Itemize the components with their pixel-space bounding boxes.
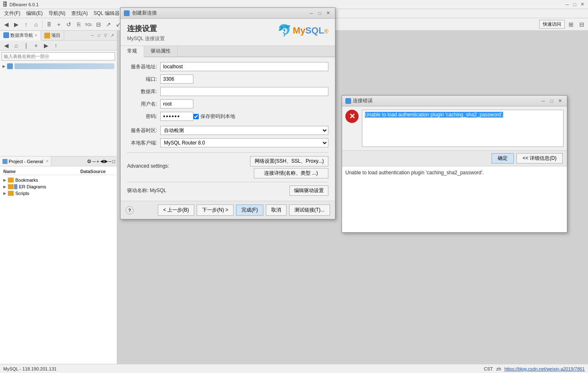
- connection-dialog-footer: ? < 上一步(B) 下一步(N) > 完成(F) 取消 测试链接(T)...: [120, 201, 335, 219]
- password-label: 密码:: [127, 113, 160, 120]
- timezone-select[interactable]: 自动检测: [160, 126, 328, 135]
- client-label: 本地客户端:: [127, 140, 160, 147]
- help-btn[interactable]: ?: [125, 206, 134, 214]
- advanced-row: Advanced settings: 网络设置(SSH、SSL、Proxy...…: [127, 156, 328, 178]
- error-details: Unable to load authentication plugin 'ca…: [342, 166, 567, 232]
- username-input[interactable]: [160, 99, 193, 108]
- connection-dialog-content: 服务器地址: 端口: 数据库: 用户名: 密码:: [120, 57, 335, 201]
- next-btn[interactable]: 下一步(N) >: [197, 205, 234, 216]
- cancel-btn[interactable]: 取消: [266, 205, 287, 216]
- dialog-tab-driver[interactable]: 驱动属性: [144, 46, 178, 57]
- connection-dialog-minimize[interactable]: ─: [308, 10, 315, 17]
- database-label: 数据库:: [127, 88, 160, 95]
- error-message-box: Unable to load authentication plugin 'ca…: [362, 110, 564, 147]
- username-row: 用户名:: [127, 99, 328, 108]
- connection-header-subtitle: MySQL 连接设置: [127, 35, 165, 42]
- driver-label: 驱动名称: MySQL: [127, 187, 166, 194]
- connection-dialog-controls[interactable]: ─ □ ✕: [308, 10, 332, 17]
- network-settings-btn[interactable]: 网络设置(SSH、SSL、Proxy...): [250, 156, 328, 166]
- error-title-icon: [345, 98, 351, 104]
- error-ok-btn[interactable]: 确定: [492, 153, 514, 164]
- connection-dialog: 创建新连接 ─ □ ✕ 连接设置 MySQL 连接设置 🐬 MySQL®: [120, 7, 335, 219]
- error-icon-area: ✕: [345, 110, 359, 147]
- server-label: 服务器地址:: [127, 63, 160, 70]
- error-title-bar: 连接错误 ─ □ ✕: [342, 96, 567, 106]
- error-message-selected: Unable to load authentication plugin 'ca…: [365, 112, 503, 118]
- error-footer: 确定 << 详细信息(D): [342, 150, 567, 166]
- connection-header-title: 连接设置: [127, 24, 165, 34]
- error-close-btn[interactable]: ✕: [556, 98, 564, 104]
- error-content: ✕ Unable to load authentication plugin '…: [342, 106, 567, 150]
- server-input[interactable]: [160, 62, 328, 71]
- connection-dialog-title-bar: 创建新连接 ─ □ ✕: [120, 8, 335, 19]
- port-row: 端口:: [127, 75, 328, 84]
- port-label: 端口:: [127, 76, 160, 83]
- driver-section: 驱动名称: MySQL 编辑驱动设置: [127, 182, 328, 196]
- mysql-dolphin-icon: 🐬: [277, 24, 292, 37]
- connection-title-label: 创建新连接: [132, 10, 157, 17]
- save-pwd-label: 保存密码到本地: [200, 113, 235, 120]
- finish-btn[interactable]: 完成(F): [236, 205, 263, 216]
- error-circle-icon: ✕: [345, 110, 359, 123]
- database-row: 数据库:: [127, 87, 328, 96]
- back-btn[interactable]: < 上一步(B): [158, 205, 194, 216]
- password-input[interactable]: [160, 112, 193, 121]
- mysql-logo: 🐬 MySQL®: [277, 24, 328, 37]
- connection-dialog-close[interactable]: ✕: [324, 10, 332, 17]
- error-title-text: 连接错误: [345, 97, 373, 104]
- save-pwd-checkbox[interactable]: [193, 114, 199, 119]
- connection-dialog-tabs: 常规 驱动属性: [120, 46, 335, 57]
- mysql-text-dot: ®: [324, 28, 328, 35]
- database-input[interactable]: [160, 87, 328, 96]
- dialog-overlay: 创建新连接 ─ □ ✕ 连接设置 MySQL 连接设置 🐬 MySQL®: [0, 0, 588, 373]
- mysql-text-orange: My: [293, 25, 306, 36]
- connection-title-icon: [124, 10, 130, 16]
- mysql-text-blue: SQL: [305, 25, 324, 36]
- client-row: 本地客户端: MySQL Router 8.0: [127, 138, 328, 147]
- error-details-btn[interactable]: << 详细信息(D): [516, 153, 563, 164]
- timezone-label: 服务器时区:: [127, 127, 160, 134]
- advanced-label: Advanced settings:: [127, 163, 169, 169]
- timezone-row: 服务器时区: 自动检测: [127, 126, 328, 135]
- server-row: 服务器地址:: [127, 62, 328, 71]
- connection-dialog-header: 连接设置 MySQL 连接设置 🐬 MySQL®: [120, 19, 335, 46]
- connection-dialog-maximize[interactable]: □: [316, 10, 323, 17]
- error-dialog: 连接错误 ─ □ ✕ ✕ Unable to load authenticati…: [342, 95, 567, 233]
- mysql-logo-text: MySQL®: [293, 25, 328, 36]
- connection-header-left: 连接设置 MySQL 连接设置: [127, 24, 165, 42]
- connection-dialog-title-text: 创建新连接: [124, 10, 157, 17]
- advanced-buttons: 网络设置(SSH、SSL、Proxy...) 连接详情(名称、类型 ...): [250, 156, 328, 178]
- error-maximize-btn[interactable]: □: [548, 98, 555, 104]
- connection-details-btn[interactable]: 连接详情(名称、类型 ...): [254, 168, 328, 178]
- dialog-tab-general[interactable]: 常规: [120, 46, 144, 57]
- port-input[interactable]: [160, 75, 193, 84]
- username-label: 用户名:: [127, 101, 160, 108]
- error-minimize-btn[interactable]: ─: [540, 98, 547, 104]
- advanced-section: Advanced settings: 网络设置(SSH、SSL、Proxy...…: [127, 152, 328, 178]
- test-btn[interactable]: 测试链接(T)...: [289, 205, 330, 216]
- client-select[interactable]: MySQL Router 8.0: [160, 138, 328, 147]
- error-title-label: 连接错误: [353, 97, 373, 104]
- error-title-controls[interactable]: ─ □ ✕: [540, 98, 564, 104]
- error-detail-text: Unable to load authentication plugin 'ca…: [345, 170, 484, 176]
- password-row: 密码: 保存密码到本地: [127, 112, 328, 121]
- driver-edit-btn[interactable]: 编辑驱动设置: [289, 185, 328, 196]
